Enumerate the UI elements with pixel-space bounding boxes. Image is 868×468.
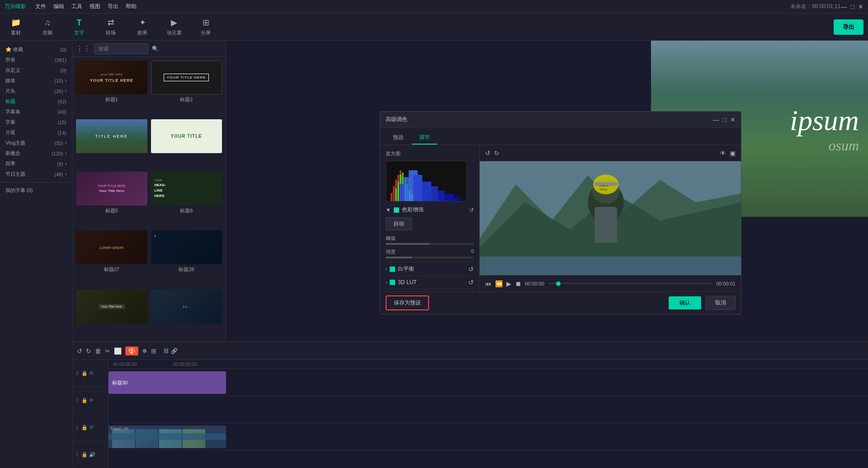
svg-rect-21 [422,182,431,201]
sidebar-item-media[interactable]: 媒体 (33) › [0,75,72,86]
menu-file[interactable]: 文件 [35,3,46,10]
3dlut-reset[interactable]: ↺ [468,279,474,286]
freeze-btn[interactable]: ❄ [142,347,147,355]
sidebar-item-favorites[interactable]: ⭐ 收藏 (0) [0,44,72,55]
toolbar-material[interactable]: 📁 素材 [5,18,27,36]
skip-back-btn[interactable]: ⏮ [485,280,491,287]
track-content: 00:00:00:00 00:00:00:20 标题30 [108,360,868,468]
toolbar-effects[interactable]: ✦ 效果 [131,18,154,36]
panel-maximize-btn[interactable]: □ [723,116,726,123]
expand-3dlut[interactable]: › 3D LUT ↺ [386,276,474,289]
menu-help[interactable]: 帮助 [126,3,137,10]
sidebar-item-newconcept[interactable]: 新概念 (120) › [0,148,72,159]
threshold-slider[interactable] [386,243,474,245]
cut-btn[interactable]: ✂ [105,347,110,355]
tab-preset[interactable]: 预设 [386,131,411,145]
tab-adjust[interactable]: 调节 [412,131,437,145]
color-enhancement-reset[interactable]: ↺ [469,207,474,213]
link-icon[interactable]: ⛓ [164,348,169,354]
list-item[interactable]: YOUR HEAD- LINE HERE 标题6 [151,172,222,227]
title-clip[interactable]: 标题30 [108,371,226,394]
expand-white-balance[interactable]: › 白平衡 ↺ [386,262,474,276]
color-enhancement-checkbox[interactable]: ✓ [394,207,399,213]
panel-minimize-btn[interactable]: — [713,116,719,123]
sidebar-item-holiday[interactable]: 节日主题 (48) › [0,169,72,179]
eye-icon-2[interactable]: 👁 [89,398,94,403]
lock-icon[interactable]: 🔒 [81,370,88,376]
grid-dots-icon[interactable]: ⋮⋮ [76,44,90,53]
list-item[interactable]: TITLE HERE [76,119,147,168]
toolbar-text[interactable]: T 文字 [68,18,90,36]
mute-icon[interactable]: 🔊 [89,452,95,458]
white-balance-reset[interactable]: ↺ [468,266,474,273]
redo-timeline-btn[interactable]: ↻ [86,347,91,355]
save-preset-button[interactable]: 保存为预设 [386,295,429,310]
lock-audio-icon[interactable]: 🔒 [81,452,88,458]
main-layout: ⭐ 收藏 (0) 所有 (381) 自定义 (0) 媒体 (33) › 片头 (… [0,41,868,468]
lock-icon-3[interactable]: 🔒 [81,425,88,431]
lock-icon-2[interactable]: 🔒 [81,398,88,403]
color-grade-btn[interactable]: 🎨 [125,346,138,356]
sidebar-item-opening[interactable]: 片头 (25) › [0,86,72,96]
list-item[interactable]: YOUR TITLE HERE 标题2 [151,61,222,116]
search-input[interactable] [94,43,148,54]
toolbar-transition[interactable]: ⇄ 转场 [99,18,122,36]
list-item[interactable]: Lo... [151,290,222,338]
thumb-label-1: 标题1 [76,96,147,103]
sidebar-item-seasons[interactable]: 四季 (9) › [0,159,72,169]
toolbar-splitscreen[interactable]: ⊞ 分屏 [194,18,217,36]
sidebar-item-custom[interactable]: 自定义 (0) [0,65,72,75]
confirm-button[interactable]: 确认 [669,296,701,309]
panel-close-btn[interactable]: ✕ [730,116,736,123]
intensity-slider[interactable] [386,257,474,258]
compare-btn[interactable]: ▣ [730,150,736,157]
delete-btn[interactable]: 🗑 [95,347,101,355]
sidebar-item-vlog[interactable]: Vlog主题 (32) › [0,138,72,148]
scene-background: endless biking [480,161,741,275]
crop-btn[interactable]: ⬜ [114,347,122,355]
toolbar-splitscreen-label: 分屏 [201,29,211,36]
list-item[interactable]: YOUR TITLE [151,119,222,168]
white-balance-checkbox[interactable] [390,267,395,272]
minimize-btn[interactable]: — [841,3,847,10]
adjust-btn[interactable]: ⊞ [151,347,156,355]
undo-btn[interactable]: ↺ [485,150,491,157]
sidebar-item-all[interactable]: 所有 (381) [0,55,72,65]
export-button[interactable]: 导出 [834,19,863,35]
toolbar-audio[interactable]: ♫ 音频 [36,18,59,36]
toolbar-animation[interactable]: ▶ 动元素 [163,18,185,36]
stop-btn[interactable]: ⏹ [515,280,521,287]
section-toggle-icon[interactable]: ▼ [386,207,391,213]
video-progress-bar[interactable] [548,283,712,284]
list-item[interactable]: Your Title Here [76,290,147,338]
menu-export[interactable]: 导出 [108,3,118,10]
sidebar-item-titles[interactable]: 标题 (42) [0,96,72,107]
undo-timeline-btn[interactable]: ↺ [77,347,82,355]
step-back-btn[interactable]: ⏪ [495,280,503,287]
cancel-button[interactable]: 取消 [706,296,736,310]
eye-icon[interactable]: 👁 [89,370,94,376]
sidebar-divider [0,182,72,183]
maximize-btn[interactable]: □ [851,3,854,10]
menu-view[interactable]: 视图 [90,3,100,10]
sidebar-item-subtitles[interactable]: 字幕条 (43) [0,107,72,117]
sidebar-item-caption[interactable]: 字幕 (15) [0,117,72,127]
list-item[interactable]: Lorem Ipsum 标题27 [76,230,147,285]
list-item[interactable]: L 标题28 [151,230,222,285]
eye-icon-3[interactable]: 👁 [89,425,94,431]
menu-edit[interactable]: 编辑 [53,3,64,10]
redo-btn[interactable]: ↻ [494,150,500,157]
eye-btn[interactable]: 👁 [720,150,726,157]
track-row-audio [108,450,868,468]
3dlut-checkbox[interactable] [390,280,395,285]
magnet-icon[interactable]: 🔗 [171,348,178,354]
thumb-preview-8: L [151,230,222,264]
sidebar-item-ending[interactable]: 片尾 (14) [0,127,72,138]
close-btn[interactable]: ✕ [858,3,863,10]
list-item[interactable]: your title here YOUR TITLE HERE 标题1 [76,61,147,116]
list-item[interactable]: YOUR TITLE HERE Your Title Here 标题5 [76,172,147,227]
auto-button[interactable]: 自动 [386,217,412,230]
play-btn[interactable]: ▶ [506,280,511,287]
menu-tools[interactable]: 工具 [71,3,82,10]
search-icon[interactable]: 🔍 [152,46,159,52]
